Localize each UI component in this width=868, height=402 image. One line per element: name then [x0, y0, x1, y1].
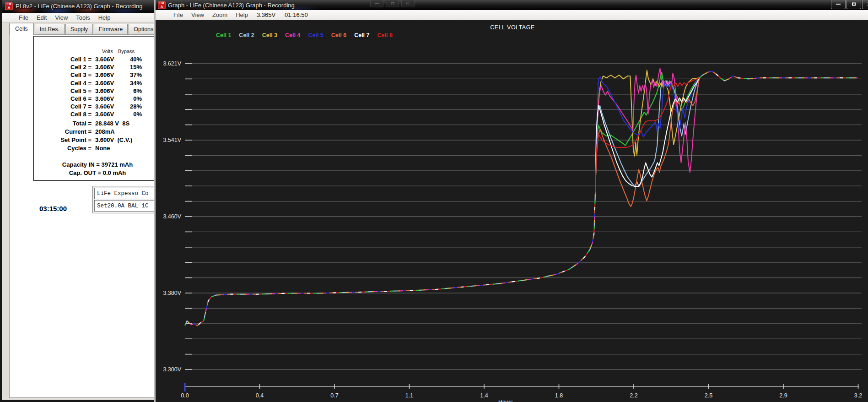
- cell-bypass: 37%: [123, 71, 142, 79]
- tab-options[interactable]: Options: [129, 24, 156, 34]
- cell-status-groupbox: Volts Bypass Cell 1 =3.606V40%Cell 2 =3.…: [33, 36, 156, 181]
- merged-dash-0: [699, 71, 857, 81]
- merged-dash-3: [185, 192, 595, 326]
- cell-voltage-plot: 3.621V3.541V3.460V3.380V3.300V0.00.40.71…: [156, 20, 868, 402]
- cell-bypass: 0%: [123, 95, 142, 103]
- preset-name-field[interactable]: [94, 188, 156, 199]
- table-row: Cell 5 =3.606V6%: [34, 87, 156, 95]
- cells-tab-page: Volts Bypass Cell 1 =3.606V40%Cell 2 =3.…: [9, 34, 156, 398]
- x-tick-label: 2.9: [779, 392, 787, 399]
- legend-item-cell5: Cell 5: [308, 32, 323, 38]
- menu-item-view[interactable]: View: [51, 13, 72, 23]
- y-tick-label: 3.541V: [163, 137, 181, 143]
- cell-bypass: 40%: [123, 55, 142, 63]
- preset-settings-field[interactable]: [94, 200, 156, 212]
- table-row: Cell 2 =3.606V15%: [34, 63, 156, 71]
- left-title-bar[interactable]: FMA PL8v2 - LiFe (Chinese A123) Graph - …: [2, 0, 156, 13]
- x-tick-label: 3.2: [854, 392, 862, 399]
- table-row: Cell 7 =3.606V28%: [34, 103, 156, 110]
- menu-item-tools[interactable]: Tools: [72, 13, 94, 23]
- legend-item-cell4: Cell 4: [285, 32, 300, 38]
- menu-item-help[interactable]: Help: [94, 13, 115, 23]
- minimize-button[interactable]: [831, 0, 846, 9]
- summary-label: Set Point =: [34, 136, 92, 143]
- summary-row: Cycles =None: [34, 145, 156, 152]
- left-window-title: PL8v2 - LiFe (Chinese A123) Graph - Reco…: [16, 3, 142, 10]
- tab-strip: CellsInt.Res.SupplyFirmwareOptionsPr: [9, 22, 156, 34]
- y-tick-label: 3.300V: [163, 366, 181, 373]
- summary-rows: Total =28.848 V 8SCurrent =208mASet Poin…: [34, 120, 156, 153]
- tab-cells[interactable]: Cells: [9, 23, 34, 35]
- tab-firmware[interactable]: Firmware: [94, 24, 128, 34]
- cell-bypass: 28%: [123, 103, 142, 110]
- maximize-button[interactable]: [846, 0, 861, 9]
- status-pack-voltage: 3.365V: [252, 11, 280, 18]
- merged-dash-4: [185, 192, 595, 326]
- summary-value: None: [92, 145, 110, 152]
- menu-item-edit[interactable]: Edit: [32, 13, 51, 23]
- graph-window: FMA Graph - LiFe (Chinese A123) Graph - …: [154, 0, 868, 402]
- tab-supply[interactable]: Supply: [65, 24, 93, 34]
- capacity-row: Capacity IN = 39721 mAh: [34, 161, 156, 168]
- summary-value: 28.848 V 8S: [92, 120, 129, 127]
- close-button[interactable]: [862, 0, 868, 9]
- legend-item-cell2: Cell 2: [239, 32, 254, 38]
- menu-item-file[interactable]: File: [169, 10, 187, 20]
- merged-dash-1: [185, 192, 595, 326]
- menu-item-file[interactable]: File: [15, 13, 32, 23]
- menu-item-zoom[interactable]: Zoom: [208, 10, 232, 20]
- cell-volts: 3.606V: [92, 63, 123, 71]
- cell-name: Cell 4 =: [34, 79, 92, 87]
- legend-item-cell1: Cell 1: [216, 32, 231, 38]
- background-close-icon: [401, 0, 415, 7]
- summary-row: Total =28.848 V 8S: [34, 120, 156, 127]
- table-row: Cell 6 =3.606V0%: [34, 95, 156, 103]
- cell-bypass: 15%: [123, 63, 142, 71]
- right-menu-bar: FileViewZoomHelp3.365V01:16:50: [156, 10, 868, 20]
- column-header-bypass: Bypass: [113, 49, 140, 54]
- summary-value: 208mA: [92, 128, 115, 135]
- cell-volts: 3.606V: [92, 95, 123, 103]
- background-minimize-icon: [370, 0, 383, 7]
- x-tick-label: 2.5: [705, 392, 712, 399]
- summary-row: Current =208mA: [34, 128, 156, 135]
- legend-item-cell7: Cell 7: [354, 32, 369, 38]
- right-title-bar[interactable]: FMA Graph - LiFe (Chinese A123) Graph - …: [156, 0, 868, 10]
- cell-bypass: 6%: [123, 87, 142, 95]
- window-caption-buttons: [831, 0, 868, 9]
- menu-item-help[interactable]: Help: [232, 10, 252, 20]
- legend-item-cell8: Cell 8: [377, 32, 393, 38]
- background-window-buttons: [370, 0, 415, 7]
- menu-item-view[interactable]: View: [187, 10, 208, 20]
- cell-volts: 3.606V: [92, 79, 123, 87]
- maximize-icon: [852, 2, 856, 5]
- cell-bypass: 0%: [123, 110, 142, 118]
- status-elapsed-time: 01:16:50: [280, 11, 313, 18]
- table-row: Cell 1 =3.606V40%: [34, 55, 156, 63]
- cell-bypass: 34%: [123, 79, 142, 87]
- summary-label: Cycles =: [34, 145, 92, 152]
- table-row: Cell 3 =3.606V37%: [34, 71, 156, 79]
- y-tick-label: 3.621V: [163, 60, 181, 67]
- desktop: { "left_window": { "title": "PL8v2 - LiF…: [0, 0, 868, 402]
- chart-area: CELL VOLTAGE Cell 1Cell 2Cell 3Cell 4Cel…: [156, 20, 868, 402]
- cell-name: Cell 6 =: [34, 95, 92, 103]
- summary-label: Total =: [34, 120, 92, 127]
- x-tick-label: 2.2: [630, 392, 637, 399]
- chart-title: CELL VOLTAGE: [156, 24, 868, 31]
- capacity-rows: Capacity IN = 39721 mAhCap. OUT = 0.0 mA…: [34, 161, 156, 178]
- table-row: Cell 4 =3.606V34%: [34, 79, 156, 87]
- charger-control-window: FMA PL8v2 - LiFe (Chinese A123) Graph - …: [0, 0, 156, 402]
- x-tick-label: 0.7: [330, 392, 338, 399]
- series-cell1: [595, 72, 699, 192]
- tab-intres[interactable]: Int.Res.: [35, 24, 65, 34]
- fma-app-icon: FMA: [158, 1, 166, 9]
- x-tick-label: 0.4: [256, 392, 264, 399]
- cell-name: Cell 1 =: [34, 55, 92, 63]
- capacity-row: Cap. OUT = 0.0 mAh: [34, 169, 156, 176]
- x-axis: 0.00.40.71.11.41.82.22.52.93.2: [181, 383, 862, 399]
- cell-volts: 3.606V: [92, 103, 123, 110]
- cell-name: Cell 5 =: [34, 87, 92, 95]
- elapsed-timer: 03:15:00: [28, 205, 78, 212]
- cell-name: Cell 3 =: [34, 71, 92, 79]
